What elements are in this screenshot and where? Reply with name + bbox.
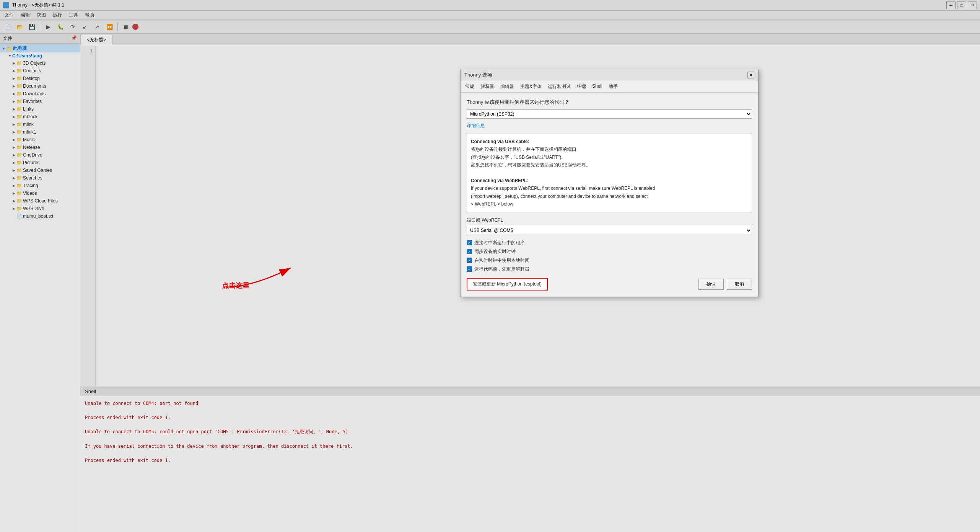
dialog-body: Thonny 应该使用哪种解释器来运行您的代码？ MicroPython (ES… xyxy=(461,93,758,297)
annotation-arrow: 点击这里 xyxy=(222,260,306,292)
checkbox-label-4: 运行代码前，先重启解释器 xyxy=(474,266,529,273)
info-webrepl-header: Connecting via WebREPL: xyxy=(471,177,748,184)
dialog-menu-shell[interactable]: Shell xyxy=(592,83,602,90)
interpreter-select[interactable]: MicroPython (ESP32) xyxy=(467,109,752,119)
checkbox-label-3: 在实时时钟中使用本地时间 xyxy=(474,257,529,264)
info-cable-line1: 将您的设备连接到计算机，并在下面选择相应的端口 xyxy=(471,145,748,153)
port-select[interactable]: USB Serial @ COM5 xyxy=(467,226,752,235)
dialog-menu-theme[interactable]: 主题&字体 xyxy=(520,83,542,90)
dialog-title-bar: Thonny 选项 ✕ xyxy=(461,69,758,81)
info-cable-line2: (查找您的设备名字，"USB Serial"或"UART"). xyxy=(471,153,748,161)
thonny-options-dialog: Thonny 选项 ✕ 常规 解释器 编辑器 主题&字体 运行和测试 终端 Sh… xyxy=(460,69,759,297)
checkbox-local-time[interactable]: ✓ xyxy=(467,258,472,263)
install-micropython-button[interactable]: 安装或更新 MicroPython (esptool) xyxy=(467,278,548,290)
checkbox-row-2: ✓ 同步设备的实时时钟 xyxy=(467,248,752,255)
info-cable-line3: 如果您找不到它，您可能需要先安装适当的USB驱动程序。 xyxy=(471,161,748,169)
info-webrepl-line1: If your device supports WebREPL, first c… xyxy=(471,184,748,192)
dialog-title: Thonny 选项 xyxy=(464,72,492,78)
checkbox-row-1: ✓ 连接时中断运行中的程序 xyxy=(467,240,752,246)
confirm-cancel-area: 确认 取消 xyxy=(698,279,752,290)
info-webrepl-line2: (import webrepl_setup), connect your com… xyxy=(471,193,748,200)
dialog-menu-editor[interactable]: 编辑器 xyxy=(500,83,514,90)
info-box: Connecting via USB cable: 将您的设备连接到计算机，并在… xyxy=(467,134,752,212)
dialog-menu-run[interactable]: 运行和测试 xyxy=(548,83,571,90)
info-cable-header: Connecting via USB cable: xyxy=(471,138,748,145)
checkbox-label-1: 连接时中断运行中的程序 xyxy=(474,240,525,246)
dialog-menu-general[interactable]: 常规 xyxy=(465,83,474,90)
checkbox-sync-clock[interactable]: ✓ xyxy=(467,249,472,254)
annotation-text: 点击这里 xyxy=(222,282,249,289)
checkbox-row-3: ✓ 在实时时钟中使用本地时间 xyxy=(467,257,752,264)
checkbox-restart[interactable]: ✓ xyxy=(467,266,472,272)
dialog-menu-interpreter[interactable]: 解释器 xyxy=(480,83,494,90)
dialog-menu-assistant[interactable]: 助手 xyxy=(609,83,618,90)
dialog-menu-terminal[interactable]: 终端 xyxy=(577,83,586,90)
confirm-button[interactable]: 确认 xyxy=(698,279,724,290)
dialog-menu-bar: 常规 解释器 编辑器 主题&字体 运行和测试 终端 Shell 助手 xyxy=(461,81,758,93)
dialog-question: Thonny 应该使用哪种解释器来运行您的代码？ xyxy=(467,99,752,106)
dialog-close-button[interactable]: ✕ xyxy=(747,72,754,78)
port-label: 端口或 WebREPL xyxy=(467,217,752,224)
checkbox-row-4: ✓ 运行代码前，先重启解释器 xyxy=(467,266,752,273)
info-webrepl-line3: < WebREPL > below xyxy=(471,200,748,208)
checkbox-label-2: 同步设备的实时时钟 xyxy=(474,248,516,255)
interpreter-select-row: MicroPython (ESP32) xyxy=(467,109,752,119)
cancel-button[interactable]: 取消 xyxy=(727,279,752,290)
checkboxes-group: ✓ 连接时中断运行中的程序 ✓ 同步设备的实时时钟 ✓ 在实时时钟中使用本地时间… xyxy=(467,240,752,273)
annotation-label: 点击这里 xyxy=(222,281,249,290)
dialog-overlay: Thonny 选项 ✕ 常规 解释器 编辑器 主题&字体 运行和测试 终端 Sh… xyxy=(0,0,980,532)
dialog-buttons-row: 安装或更新 MicroPython (esptool) 确认 取消 xyxy=(467,278,752,290)
detail-link[interactable]: 详细信息 xyxy=(467,122,752,129)
checkbox-interrupt[interactable]: ✓ xyxy=(467,240,472,245)
